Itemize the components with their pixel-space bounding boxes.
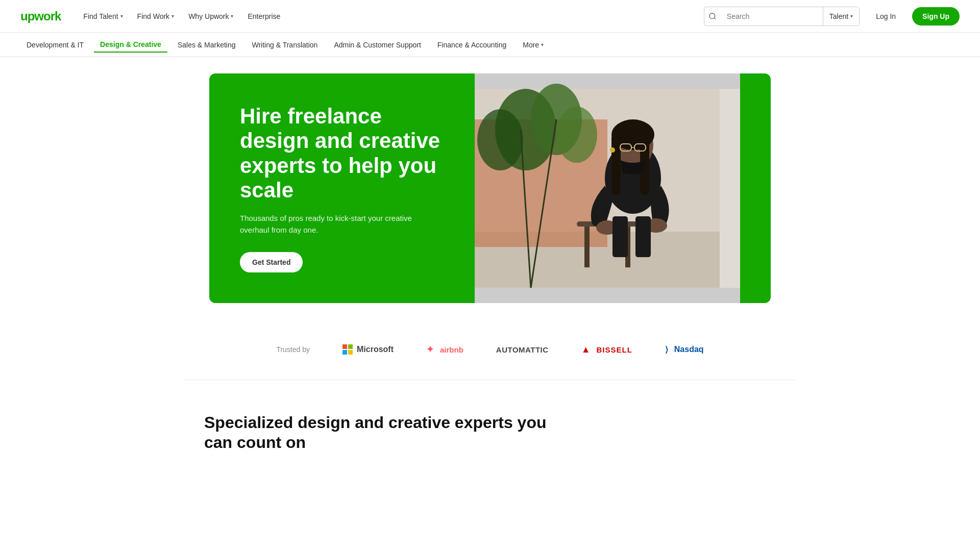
airbnb-icon: ✦ [426,344,434,355]
search-icon [708,12,717,20]
svg-point-26 [610,147,615,153]
chevron-down-icon: ▾ [231,13,233,19]
sub-nav: Development & IT Design & Creative Sales… [0,33,980,57]
svg-line-1 [714,18,716,19]
hero-section: Hire freelance design and creative exper… [0,57,980,319]
hero-banner: Hire freelance design and creative exper… [209,73,771,303]
subnav-more[interactable]: More ▾ [517,38,550,52]
nav-find-work[interactable]: Find Work ▾ [131,8,181,24]
search-bar: Talent ▾ [704,7,860,26]
trusted-label: Trusted by [276,345,310,354]
svg-rect-27 [612,216,628,257]
svg-point-8 [477,109,523,170]
header-right: Talent ▾ Log In Sign Up [704,7,960,26]
search-input[interactable] [721,12,823,20]
subnav-design[interactable]: Design & Creative [94,37,167,53]
subnav-writing[interactable]: Writing & Translation [246,38,324,52]
subnav-admin[interactable]: Admin & Customer Support [328,38,427,52]
header: upwork Find Talent ▾ Find Work ▾ Why Upw… [0,0,980,33]
login-button[interactable]: Log In [868,8,904,24]
chevron-down-icon: ▾ [850,13,853,19]
nav-enterprise[interactable]: Enterprise [241,8,286,24]
nav-why-upwork[interactable]: Why Upwork ▾ [182,8,239,24]
chevron-down-icon: ▾ [120,13,123,19]
svg-point-9 [556,107,597,163]
nasdaq-icon: ⟩ [665,345,668,355]
airbnb-logo: ✦ airbnb [426,344,463,355]
svg-rect-28 [635,216,651,257]
hero-content: Hire freelance design and creative exper… [209,73,475,303]
talent-dropdown[interactable]: Talent ▾ [823,7,859,26]
hero-title: Hire freelance design and creative exper… [240,104,444,203]
subnav-finance[interactable]: Finance & Accounting [431,38,512,52]
main-nav: Find Talent ▾ Find Work ▾ Why Upwork ▾ E… [77,8,703,24]
logo[interactable]: upwork [20,9,61,23]
signup-button[interactable]: Sign Up [912,7,960,26]
hero-illustration [475,73,740,303]
svg-rect-19 [611,134,621,195]
svg-point-0 [709,13,715,19]
nav-find-talent[interactable]: Find Talent ▾ [77,8,129,24]
automattic-logo: Automattic [496,345,549,354]
get-started-button[interactable]: Get Started [240,252,303,272]
bottom-section: Specialized design and creative experts … [184,380,796,472]
svg-rect-29 [720,89,740,288]
microsoft-icon [342,344,353,355]
bissell-logo: ▲ Bissell [581,344,632,355]
trusted-section: Trusted by Microsoft ✦ airbnb Automattic… [0,319,980,380]
section-title: Specialized design and creative experts … [204,413,561,452]
svg-rect-13 [584,227,590,267]
subnav-sales[interactable]: Sales & Marketing [172,38,242,52]
chevron-down-icon: ▾ [172,13,174,19]
hero-subtitle: Thousands of pros ready to kick-start yo… [240,213,434,236]
bissell-triangle-icon: ▲ [581,344,591,355]
chevron-down-icon: ▾ [541,42,544,47]
nasdaq-logo: ⟩ Nasdaq [665,345,704,355]
hero-image [475,73,740,303]
subnav-development[interactable]: Development & IT [20,38,90,52]
microsoft-logo: Microsoft [342,344,394,355]
